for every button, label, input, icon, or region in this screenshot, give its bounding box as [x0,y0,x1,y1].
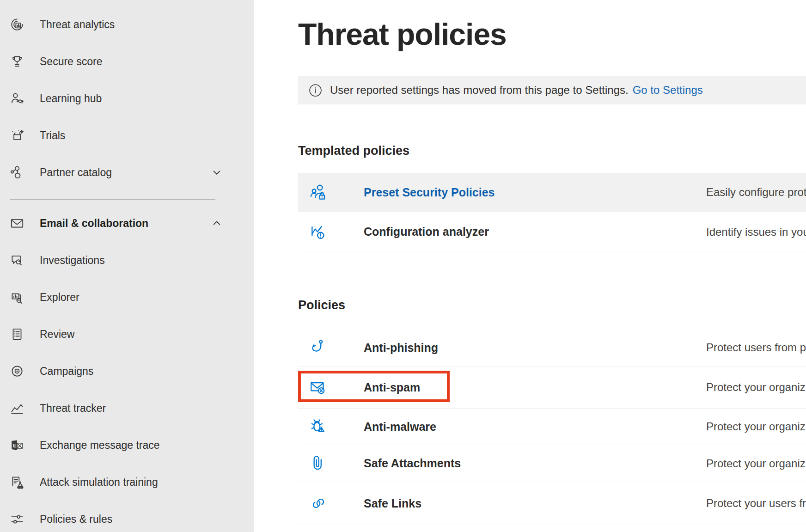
email-collaboration-icon [9,215,25,231]
row-configuration-analyzer[interactable]: Configuration analyzer Identify issues i… [298,212,806,252]
row-label: Configuration analyzer [364,225,706,238]
row-label: Preset Security Policies [364,186,706,199]
sidebar-item-explorer[interactable]: Explorer [0,279,254,316]
sidebar-item-investigations[interactable]: Investigations [0,242,254,279]
investigations-icon [9,252,25,268]
go-to-settings-link[interactable]: Go to Settings [633,84,703,97]
safe-links-icon [298,494,364,513]
info-banner: User reported settings has moved from th… [298,76,806,104]
explorer-icon [9,289,25,305]
threat-analytics-icon [9,17,25,32]
row-preset-security-policies[interactable]: Preset Security Policies Easily configur… [298,173,806,212]
row-label: Safe Links [364,497,706,510]
sidebar-item-review[interactable]: Review [0,316,254,353]
sidebar-item-label: Exchange message trace [40,439,160,452]
preset-security-policies-icon [298,183,364,202]
anti-phishing-icon [298,338,364,357]
review-icon [9,326,25,342]
info-icon [309,84,322,97]
anti-spam-icon [298,378,364,397]
sidebar-item-threat-analytics[interactable]: Threat analytics [0,6,254,43]
sidebar-item-policies-rules[interactable]: Policies & rules [0,501,254,532]
learning-hub-icon [9,91,25,106]
sidebar-item-email-collaboration[interactable]: Email & collaboration [0,205,254,242]
policies-rules-icon [9,511,25,527]
sidebar-item-partner-catalog[interactable]: Partner catalog [0,154,254,191]
exchange-message-trace-icon: E [9,437,25,453]
trials-icon [9,128,25,143]
main-content: Threat policies User reported settings h… [254,0,806,532]
sidebar-item-label: Review [40,328,74,341]
configuration-analyzer-icon [298,222,364,242]
sidebar-item-exchange-message-trace[interactable]: E Exchange message trace [0,427,254,464]
sidebar-item-label: Email & collaboration [40,217,148,230]
row-description: Protect your organiz [706,381,806,394]
sidebar-divider [10,199,215,200]
sidebar-item-label: Threat analytics [40,18,115,31]
row-anti-malware[interactable]: Anti-malware Protect your organiz [298,409,806,445]
row-label: Anti-malware [364,420,706,434]
row-description: Protect your organiz [706,420,806,433]
row-description: Identify issues in you [706,226,806,238]
secure-score-icon [9,54,25,69]
attack-simulation-training-icon [9,474,25,490]
sidebar-item-label: Learning hub [40,92,102,105]
anti-malware-icon [298,417,364,436]
row-description: Protect your users fr [706,497,806,510]
sidebar-item-label: Secure score [40,55,103,68]
row-description: Protect your organiz [706,457,806,470]
row-safe-attachments[interactable]: Safe Attachments Protect your organiz [298,445,806,482]
sidebar-item-secure-score[interactable]: Secure score [0,43,254,80]
sidebar-item-label: Campaigns [40,365,93,378]
chevron-up-icon [213,219,221,227]
chevron-down-icon [213,168,221,177]
sidebar-item-campaigns[interactable]: Campaigns [0,353,254,390]
threat-tracker-icon [9,400,25,416]
section-heading-templated-policies: Templated policies [298,142,806,159]
row-label: Safe Attachments [364,457,706,470]
sidebar-item-label: Explorer [40,291,79,304]
safe-attachments-icon [298,454,364,473]
campaigns-icon [9,363,25,379]
banner-text: User reported settings has moved from th… [330,84,629,97]
row-safe-links[interactable]: Safe Links Protect your users fr [298,482,806,525]
row-description: Protect users from p [706,341,806,354]
sidebar-item-label: Trials [40,129,65,142]
row-anti-spam[interactable]: Anti-spam Protect your organiz [298,367,806,409]
sidebar-item-learning-hub[interactable]: Learning hub [0,80,254,117]
sidebar-item-label: Attack simulation training [40,476,158,489]
section-heading-policies: Policies [298,297,806,313]
sidebar-item-attack-simulation-training[interactable]: Attack simulation training [0,464,254,501]
row-label: Anti-spam [364,381,706,394]
sidebar-item-trials[interactable]: Trials [0,117,254,154]
sidebar-item-label: Investigations [40,254,105,267]
row-label: Anti-phishing [364,341,706,355]
partner-catalog-icon [9,165,25,180]
row-description: Easily configure prot [706,186,806,199]
sidebar-item-threat-tracker[interactable]: Threat tracker [0,390,254,427]
sidebar: Threat analytics Secure score Learning h… [0,0,254,532]
svg-text:E: E [13,442,17,448]
sidebar-item-label: Partner catalog [40,166,112,179]
sidebar-item-label: Threat tracker [40,402,106,415]
page-title: Threat policies [298,0,806,51]
sidebar-item-label: Policies & rules [40,513,112,526]
row-anti-phishing[interactable]: Anti-phishing Protect users from p [298,329,806,367]
